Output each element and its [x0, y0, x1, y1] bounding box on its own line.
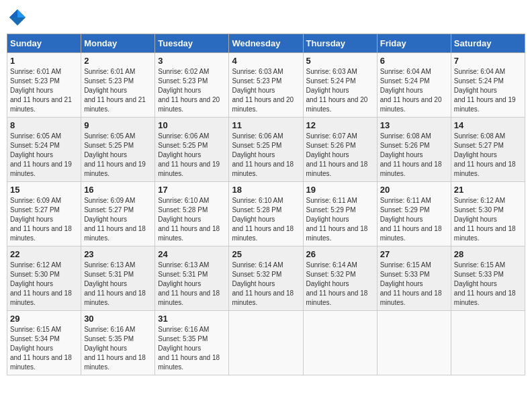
day-info: Sunrise: 6:02 AMSunset: 5:23 PMDaylight … [158, 68, 220, 113]
calendar-day-cell: 26 Sunrise: 6:14 AMSunset: 5:32 PMDaylig… [303, 246, 377, 311]
day-info: Sunrise: 6:16 AMSunset: 5:35 PMDaylight … [84, 326, 146, 371]
day-number: 29 [10, 314, 78, 324]
day-info: Sunrise: 6:01 AMSunset: 5:23 PMDaylight … [84, 68, 146, 113]
calendar-day-cell: 9 Sunrise: 6:05 AMSunset: 5:25 PMDayligh… [81, 118, 155, 182]
day-number: 28 [454, 249, 522, 259]
calendar-day-cell [451, 311, 525, 375]
day-number: 24 [158, 249, 226, 259]
calendar-day-cell: 22 Sunrise: 6:12 AMSunset: 5:30 PMDaylig… [7, 246, 81, 311]
day-info: Sunrise: 6:14 AMSunset: 5:32 PMDaylight … [232, 261, 294, 306]
calendar-day-cell: 19 Sunrise: 6:11 AMSunset: 5:29 PMDaylig… [303, 182, 377, 246]
weekday-header-cell: Tuesday [155, 34, 229, 53]
svg-marker-1 [17, 9, 26, 17]
day-info: Sunrise: 6:11 AMSunset: 5:29 PMDaylight … [306, 197, 368, 242]
day-number: 5 [306, 56, 374, 66]
day-number: 14 [454, 120, 522, 130]
calendar-day-cell: 14 Sunrise: 6:08 AMSunset: 5:27 PMDaylig… [451, 118, 525, 182]
day-info: Sunrise: 6:10 AMSunset: 5:28 PMDaylight … [232, 197, 294, 242]
day-info: Sunrise: 6:01 AMSunset: 5:23 PMDaylight … [10, 68, 72, 113]
day-info: Sunrise: 6:12 AMSunset: 5:30 PMDaylight … [10, 261, 72, 306]
calendar-table: SundayMondayTuesdayWednesdayThursdayFrid… [7, 34, 525, 375]
day-number: 2 [84, 56, 152, 66]
calendar-day-cell: 11 Sunrise: 6:06 AMSunset: 5:25 PMDaylig… [229, 118, 303, 182]
day-info: Sunrise: 6:13 AMSunset: 5:31 PMDaylight … [84, 261, 146, 306]
day-number: 6 [380, 56, 448, 66]
day-info: Sunrise: 6:10 AMSunset: 5:28 PMDaylight … [158, 197, 220, 242]
calendar-day-cell: 8 Sunrise: 6:05 AMSunset: 5:24 PMDayligh… [7, 118, 81, 182]
day-number: 3 [158, 56, 226, 66]
calendar-week-row: 1 Sunrise: 6:01 AMSunset: 5:23 PMDayligh… [7, 53, 525, 118]
day-number: 17 [158, 185, 226, 195]
calendar-week-row: 15 Sunrise: 6:09 AMSunset: 5:27 PMDaylig… [7, 182, 525, 246]
weekday-header-cell: Saturday [451, 34, 525, 53]
calendar-day-cell: 4 Sunrise: 6:03 AMSunset: 5:23 PMDayligh… [229, 53, 303, 118]
calendar-day-cell: 21 Sunrise: 6:12 AMSunset: 5:30 PMDaylig… [451, 182, 525, 246]
day-number: 31 [158, 314, 226, 324]
day-info: Sunrise: 6:03 AMSunset: 5:24 PMDaylight … [306, 68, 368, 113]
calendar-day-cell: 18 Sunrise: 6:10 AMSunset: 5:28 PMDaylig… [229, 182, 303, 246]
day-number: 15 [10, 185, 78, 195]
calendar-day-cell: 29 Sunrise: 6:15 AMSunset: 5:34 PMDaylig… [7, 311, 81, 375]
weekday-header-row: SundayMondayTuesdayWednesdayThursdayFrid… [7, 34, 525, 53]
day-number: 26 [306, 249, 374, 259]
day-number: 25 [232, 249, 300, 259]
day-info: Sunrise: 6:06 AMSunset: 5:25 PMDaylight … [158, 132, 220, 177]
calendar-day-cell: 16 Sunrise: 6:09 AMSunset: 5:27 PMDaylig… [81, 182, 155, 246]
weekday-header-cell: Sunday [7, 34, 81, 53]
day-info: Sunrise: 6:14 AMSunset: 5:32 PMDaylight … [306, 261, 368, 306]
day-info: Sunrise: 6:03 AMSunset: 5:23 PMDaylight … [232, 68, 294, 113]
svg-marker-2 [9, 9, 17, 17]
day-number: 13 [380, 120, 448, 130]
calendar-day-cell: 10 Sunrise: 6:06 AMSunset: 5:25 PMDaylig… [155, 118, 229, 182]
calendar-body: 1 Sunrise: 6:01 AMSunset: 5:23 PMDayligh… [7, 53, 525, 375]
calendar-day-cell: 12 Sunrise: 6:07 AMSunset: 5:26 PMDaylig… [303, 118, 377, 182]
day-number: 7 [454, 56, 522, 66]
day-number: 21 [454, 185, 522, 195]
weekday-header-cell: Monday [81, 34, 155, 53]
calendar-day-cell: 25 Sunrise: 6:14 AMSunset: 5:32 PMDaylig… [229, 246, 303, 311]
calendar-day-cell: 13 Sunrise: 6:08 AMSunset: 5:26 PMDaylig… [377, 118, 451, 182]
day-number: 12 [306, 120, 374, 130]
day-info: Sunrise: 6:09 AMSunset: 5:27 PMDaylight … [10, 197, 72, 242]
day-info: Sunrise: 6:15 AMSunset: 5:34 PMDaylight … [10, 326, 72, 371]
day-number: 23 [84, 249, 152, 259]
day-info: Sunrise: 6:08 AMSunset: 5:26 PMDaylight … [380, 132, 442, 177]
weekday-header-cell: Thursday [303, 34, 377, 53]
day-info: Sunrise: 6:12 AMSunset: 5:30 PMDaylight … [454, 197, 516, 242]
calendar-day-cell: 1 Sunrise: 6:01 AMSunset: 5:23 PMDayligh… [7, 53, 81, 118]
day-number: 27 [380, 249, 448, 259]
day-info: Sunrise: 6:05 AMSunset: 5:24 PMDaylight … [10, 132, 72, 177]
weekday-header-cell: Wednesday [229, 34, 303, 53]
day-info: Sunrise: 6:05 AMSunset: 5:25 PMDaylight … [84, 132, 146, 177]
calendar-day-cell: 20 Sunrise: 6:11 AMSunset: 5:29 PMDaylig… [377, 182, 451, 246]
calendar-day-cell: 6 Sunrise: 6:04 AMSunset: 5:24 PMDayligh… [377, 53, 451, 118]
calendar-day-cell: 27 Sunrise: 6:15 AMSunset: 5:33 PMDaylig… [377, 246, 451, 311]
day-number: 16 [84, 185, 152, 195]
day-number: 11 [232, 120, 300, 130]
calendar-day-cell: 15 Sunrise: 6:09 AMSunset: 5:27 PMDaylig… [7, 182, 81, 246]
day-info: Sunrise: 6:04 AMSunset: 5:24 PMDaylight … [380, 68, 442, 113]
calendar-day-cell: 2 Sunrise: 6:01 AMSunset: 5:23 PMDayligh… [81, 53, 155, 118]
calendar-day-cell: 5 Sunrise: 6:03 AMSunset: 5:24 PMDayligh… [303, 53, 377, 118]
day-info: Sunrise: 6:16 AMSunset: 5:35 PMDaylight … [158, 326, 220, 371]
calendar-week-row: 29 Sunrise: 6:15 AMSunset: 5:34 PMDaylig… [7, 311, 525, 375]
day-number: 8 [10, 120, 78, 130]
day-info: Sunrise: 6:09 AMSunset: 5:27 PMDaylight … [84, 197, 146, 242]
day-number: 18 [232, 185, 300, 195]
day-info: Sunrise: 6:13 AMSunset: 5:31 PMDaylight … [158, 261, 220, 306]
day-info: Sunrise: 6:11 AMSunset: 5:29 PMDaylight … [380, 197, 442, 242]
day-info: Sunrise: 6:06 AMSunset: 5:25 PMDaylight … [232, 132, 294, 177]
calendar-day-cell [303, 311, 377, 375]
day-number: 10 [158, 120, 226, 130]
calendar-day-cell: 7 Sunrise: 6:04 AMSunset: 5:24 PMDayligh… [451, 53, 525, 118]
day-info: Sunrise: 6:04 AMSunset: 5:24 PMDaylight … [454, 68, 516, 113]
logo [7, 7, 31, 28]
calendar-day-cell: 3 Sunrise: 6:02 AMSunset: 5:23 PMDayligh… [155, 53, 229, 118]
calendar-day-cell: 30 Sunrise: 6:16 AMSunset: 5:35 PMDaylig… [81, 311, 155, 375]
day-number: 22 [10, 249, 78, 259]
calendar-week-row: 8 Sunrise: 6:05 AMSunset: 5:24 PMDayligh… [7, 118, 525, 182]
logo-icon [7, 7, 28, 28]
calendar-day-cell: 31 Sunrise: 6:16 AMSunset: 5:35 PMDaylig… [155, 311, 229, 375]
day-info: Sunrise: 6:07 AMSunset: 5:26 PMDaylight … [306, 132, 368, 177]
day-info: Sunrise: 6:15 AMSunset: 5:33 PMDaylight … [454, 261, 516, 306]
